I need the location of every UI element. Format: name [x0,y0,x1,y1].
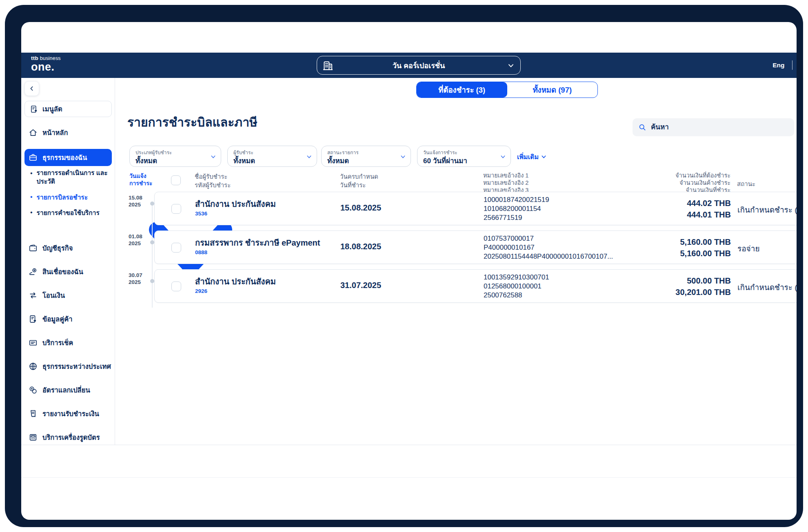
due-date: 15.08.2025 [340,203,381,213]
logo-one: one. [31,62,61,73]
payee-code: 3536 [195,211,207,217]
row-checkbox[interactable] [171,282,181,291]
sidebar-subitem-pending-bills[interactable]: • รายการบิลรอชำระ [24,193,112,201]
bill-row: 30.07 2025 สำนักงาน ประกันสังคม 2926 31.… [115,269,797,303]
due-date: 18.08.2025 [340,242,381,251]
sidebar-nav: หน้าหลัก ธุรกรรมของฉัน • รายการรอดำเนินก… [24,125,112,454]
chevron-down-icon [541,154,547,160]
logo-business: business [40,55,61,61]
bill-row: 15.08 2025 สำนักงาน ประกันสังคม 3536 15.… [115,192,797,225]
timeline-dot-icon [150,202,154,206]
search-input[interactable] [651,123,788,131]
bullet-icon: • [30,208,33,217]
amounts: 5,160.00 THB 5,160.00 THB [522,236,731,259]
receipt-icon [29,409,38,418]
company-name: วัน คอร์เปอเรชั่น [317,60,520,71]
filter-notify-date[interactable]: วันแจ้งการชำระ 60 วันที่ผ่านมา [417,146,511,167]
main-content: ที่ต้องชำระ (3) ทั้งหมด (97) รายการชำระบ… [115,78,797,445]
search-box [633,118,794,136]
sidebar-item-my-loans[interactable]: สินเชื่อของฉัน [24,264,112,279]
chevron-down-icon [306,154,312,160]
bill-card[interactable]: สำนักงาน ประกันสังคม 3536 15.08.2025 100… [154,192,797,225]
tab-all[interactable]: ทั้งหมด (97) [507,82,598,98]
status-badge: เกินกำหนดชำระ (สามา [737,204,797,216]
sidebar-item-shortcut-menu[interactable]: เมนูลัด [24,101,112,117]
collapse-sidebar-button[interactable] [24,81,39,96]
card-terminal-icon [29,433,38,442]
sidebar-item-card-terminal[interactable]: บริการเครื่องรูดบัตร [24,430,112,445]
sidebar-item-partner-info[interactable]: ข้อมูลคู่ค้า [24,312,112,326]
timeline-dot-icon [150,240,154,244]
chevron-left-icon [29,85,35,92]
doc-heart-icon [30,105,38,113]
row-checkbox[interactable] [171,204,181,214]
more-filters-link[interactable]: เพิ่มเติม [517,152,547,162]
sidebar-item-cheque-services[interactable]: บริการเช็ค [24,335,112,350]
search-icon [638,123,646,131]
sidebar-subitem-pending-and-history[interactable]: • รายการรอดำเนินการ และประวัติ [24,168,112,188]
amounts: 500.00 THB 30,201.00 THB [522,275,731,298]
building-icon [322,60,333,71]
payee-code: 0888 [195,249,207,255]
language-switch[interactable]: Eng [772,60,792,70]
chevron-down-icon [400,154,406,160]
filter-status[interactable]: สถานะรายการ ทั้งหมด [321,146,411,167]
timeline-dot-icon [150,279,154,283]
sidebar-item-payment-report[interactable]: รายงานรับชำระเงิน [24,406,112,421]
sidebar-item-business-accounts[interactable]: บัญชีธุรกิจ [24,241,112,255]
company-selector[interactable]: วัน คอร์เปอเรชั่น [317,56,521,75]
wallet-icon [29,244,38,253]
bill-card[interactable]: สำนักงาน ประกันสังคม 2926 31.07.2025 100… [154,269,797,303]
timeline-date: 01.08 2025 [129,233,150,247]
app-window: ttbbusiness one. วัน คอร์เปอเรชั่น Eng เ… [21,22,797,520]
briefcase-icon [29,153,38,162]
sidebar-sub-menu: • รายการรอดำเนินการ และประวัติ • รายการบ… [24,168,112,217]
doc-heart-icon [29,315,38,324]
due-date: 31.07.2025 [340,281,381,290]
app-header: ttbbusiness one. วัน คอร์เปอเรชั่น Eng [21,53,797,78]
status-column-header: สถานะ [737,179,755,189]
status-badge: รอจ่าย [737,242,760,255]
sidebar-item-label: เมนูลัด [42,104,62,114]
payee-name: สำนักงาน ประกันสังคม [195,275,276,288]
status-badge: เกินกำหนดชำระ (สามา [737,281,797,293]
footer-divider [21,477,797,478]
row-checkbox[interactable] [171,243,181,253]
exchange-coins-icon [29,386,38,395]
home-icon [29,128,38,137]
bill-card[interactable]: กรมสรรพากร ชำระภาษี ePayment 0888 18.08.… [154,231,797,264]
sidebar-item-my-transactions[interactable]: ธุรกรรมของฉัน [24,149,112,166]
header-divider [792,60,793,70]
chevron-down-icon [210,154,216,160]
transfer-arrows-icon [29,291,38,300]
sidebar: เมนูลัด หน้าหลัก ธุรกรรมของฉัน • รายการร… [21,78,115,445]
timeline-date: 30.07 2025 [129,272,150,286]
payment-tabs: ที่ต้องชำระ (3) ทั้งหมด (97) [416,82,598,98]
logo-brand-line: ttbbusiness [31,55,61,61]
filter-payee-type[interactable]: ประเภทผู้รับชำระ ทั้งหมด [129,146,221,167]
chevron-down-icon [500,154,506,160]
bullet-icon: • [30,168,33,178]
table-header: วันแจ้ง การชำระ ชื่อผู้รับชำระ รหัสผู้รั… [115,171,797,193]
globe-icon [29,362,38,371]
sidebar-item-home[interactable]: หน้าหลัก [24,125,112,140]
select-all-checkbox[interactable] [171,175,181,185]
sidebar-item-international[interactable]: ธุรกรรมระหว่างประเทศ [24,359,112,374]
ttb-business-one-logo: ttbbusiness one. [31,55,61,73]
filter-payee[interactable]: ผู้รับชำระ ทั้งหมด [227,146,317,167]
sidebar-item-transfer-money[interactable]: โอนเงิน [24,288,112,303]
sidebar-subitem-service-requests[interactable]: • รายการคำขอใช้บริการ [24,208,112,217]
cheque-icon [29,338,38,347]
screenshot-canvas: ttbbusiness one. วัน คอร์เปอเรชั่น Eng เ… [0,0,808,532]
amounts: 444.02 THB 444.01 THB [522,197,731,220]
tab-to-pay[interactable]: ที่ต้องชำระ (3) [417,82,507,98]
payee-name: กรมสรรพากร ชำระภาษี ePayment [195,236,320,249]
payee-name: สำนักงาน ประกันสังคม [195,197,276,211]
bill-row: 01.08 2025 กรมสรรพากร ชำระภาษี ePayment … [115,231,797,264]
device-bezel: ttbbusiness one. วัน คอร์เปอเรชั่น Eng เ… [5,5,803,527]
page-title: รายการชำระบิลและภาษี [127,113,257,132]
content-bottom-divider [21,445,797,445]
logo-ttb: ttb [31,55,38,61]
language-label: Eng [772,62,784,69]
sidebar-item-exchange-rates[interactable]: อัตราแลกเปลี่ยน [24,383,112,397]
